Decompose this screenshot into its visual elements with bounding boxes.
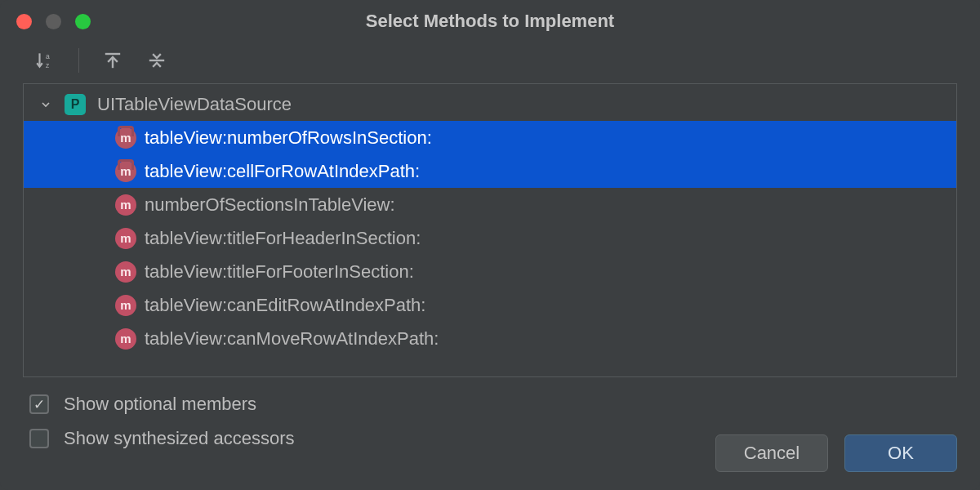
show-optional-checkbox-row[interactable]: Show optional members bbox=[29, 394, 957, 415]
sort-az-icon[interactable]: a z bbox=[34, 50, 56, 71]
svg-text:a: a bbox=[46, 52, 50, 60]
method-badge-icon: m bbox=[115, 194, 136, 216]
method-badge-icon: m bbox=[115, 228, 136, 249]
method-label: tableView:canEditRowAtIndexPath: bbox=[145, 295, 425, 316]
show-optional-checkbox[interactable] bbox=[29, 394, 49, 414]
method-row[interactable]: m tableView:numberOfRowsInSection: bbox=[24, 121, 956, 154]
svg-text:z: z bbox=[46, 61, 50, 69]
dialog-window: Select Methods to Implement a z bbox=[0, 0, 980, 490]
method-row[interactable]: m tableView:titleForHeaderInSection: bbox=[24, 221, 956, 255]
method-row[interactable]: m tableView:titleForFooterInSection: bbox=[24, 255, 956, 288]
method-row[interactable]: m tableView:canEditRowAtIndexPath: bbox=[24, 288, 956, 322]
expand-all-icon[interactable] bbox=[102, 50, 123, 71]
show-synthesized-checkbox[interactable] bbox=[29, 429, 49, 448]
chevron-down-icon[interactable] bbox=[38, 97, 53, 112]
maximize-window-icon[interactable] bbox=[75, 14, 91, 29]
method-badge-icon: m bbox=[115, 328, 136, 350]
method-row[interactable]: m tableView:cellForRowAtIndexPath: bbox=[24, 154, 956, 188]
collapse-all-icon[interactable] bbox=[146, 50, 167, 71]
close-window-icon[interactable] bbox=[16, 14, 32, 29]
method-badge-icon: m bbox=[115, 295, 136, 316]
show-optional-label: Show optional members bbox=[64, 394, 256, 415]
titlebar: Select Methods to Implement bbox=[0, 0, 980, 42]
method-label: tableView:titleForFooterInSection: bbox=[145, 261, 414, 283]
protocol-badge-icon: P bbox=[65, 94, 86, 115]
method-row[interactable]: m numberOfSectionsInTableView: bbox=[24, 188, 956, 221]
method-badge-icon: m bbox=[115, 261, 136, 283]
show-synthesized-label: Show synthesized accessors bbox=[64, 428, 294, 449]
toolbar-separator bbox=[78, 48, 79, 73]
dialog-title: Select Methods to Implement bbox=[0, 11, 980, 32]
method-label: numberOfSectionsInTableView: bbox=[145, 194, 395, 216]
dialog-footer: Show optional members Show synthesized a… bbox=[0, 377, 980, 490]
method-label: tableView:numberOfRowsInSection: bbox=[145, 127, 432, 149]
cancel-button[interactable]: Cancel bbox=[715, 434, 828, 472]
method-label: tableView:canMoveRowAtIndexPath: bbox=[145, 328, 439, 350]
minimize-window-icon bbox=[46, 14, 61, 29]
method-row[interactable]: m tableView:canMoveRowAtIndexPath: bbox=[24, 322, 956, 355]
toolbar: a z bbox=[0, 42, 980, 83]
ok-button[interactable]: OK bbox=[844, 434, 957, 472]
protocol-row[interactable]: P UITableViewDataSource bbox=[24, 87, 956, 121]
traffic-lights bbox=[0, 14, 91, 29]
method-label: tableView:cellForRowAtIndexPath: bbox=[145, 161, 420, 182]
protocol-name: UITableViewDataSource bbox=[97, 94, 292, 115]
method-list[interactable]: P UITableViewDataSource m tableView:numb… bbox=[23, 83, 957, 377]
method-badge-icon: m bbox=[115, 127, 136, 149]
method-badge-icon: m bbox=[115, 161, 136, 182]
method-label: tableView:titleForHeaderInSection: bbox=[145, 228, 421, 249]
